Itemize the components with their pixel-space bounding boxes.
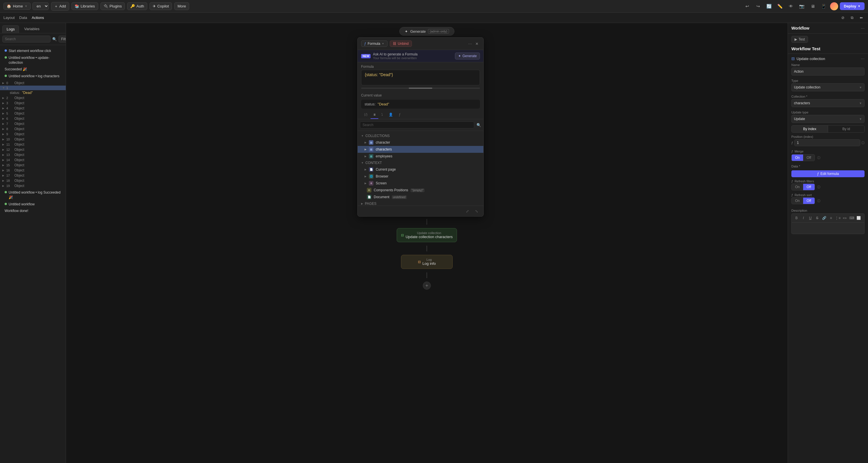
secondbar-item-layout[interactable]: Layout [3, 15, 14, 21]
link-tool[interactable]: 🔗 [821, 215, 827, 221]
tree-item-5[interactable]: ▶ 5 Object [0, 111, 66, 116]
flow-node-log[interactable]: ⊟ Log Log info [401, 255, 453, 269]
formula-popup-more-icon[interactable]: ⋯ [468, 42, 472, 46]
tree-item-1-status[interactable]: status: "Dead" [0, 90, 66, 95]
formula-tab-data[interactable]: ≡ [371, 111, 378, 119]
unbind-button[interactable]: ⛓ Unbind [390, 40, 412, 47]
formula-item-current-page[interactable]: ▶ 📄 Current page [358, 166, 484, 173]
tree-item-12[interactable]: ▶ 12 Object [0, 147, 66, 152]
quote-tool[interactable]: «» [842, 215, 848, 221]
formula-item-character[interactable]: ▶ ▦ character [358, 139, 484, 146]
tree-item-14[interactable]: ▶ 14 Object [0, 157, 66, 163]
desktop-button[interactable]: 🖥 [808, 2, 817, 11]
formula-tab-code[interactable]: ⟨/⟩ [361, 111, 371, 119]
tree-item-3[interactable]: ▶ 3 Object [0, 100, 66, 106]
flow-node-update[interactable]: ⊟ Update collection Update collection ch… [397, 228, 457, 242]
merge-info-icon[interactable]: ⓘ [817, 156, 820, 160]
tree-item-11[interactable]: ▶ 11 Object [0, 142, 66, 147]
position-info-icon[interactable]: ⓘ [861, 141, 865, 145]
auth-button[interactable]: 🔑 Auth [127, 2, 147, 10]
no-entry-icon[interactable]: ⊘ [839, 15, 846, 21]
image-tool[interactable]: ⬜ [856, 215, 862, 221]
formula-item-employees[interactable]: ▶ ▦ employees [358, 153, 484, 160]
formula-search-input[interactable] [360, 121, 474, 128]
type-field-value[interactable]: Update collection ▼ [792, 83, 865, 91]
expand-full-button[interactable]: ⤢ [464, 208, 471, 214]
refresh-button[interactable]: 🔄 [765, 2, 774, 11]
formula-item-screen[interactable]: ▶ 🖥 Screen [358, 180, 484, 187]
tree-item-1[interactable]: ▼ 1 [0, 86, 66, 90]
log-entry-update[interactable]: Untitled workflow • update-collection [1, 55, 65, 66]
bold-tool[interactable]: B [794, 215, 800, 221]
formula-item-document[interactable]: 📄 Document undefined [358, 194, 484, 201]
strikethrough-tool[interactable]: S [814, 215, 820, 221]
tree-item-16[interactable]: ▶ 16 Object [0, 168, 66, 173]
add-node-button[interactable]: ＋ [423, 282, 431, 290]
edit-formula-button[interactable]: ƒ Edit formula [792, 170, 865, 177]
tab-logs[interactable]: Logs [2, 25, 19, 33]
test-button[interactable]: ▶ Test [792, 36, 808, 43]
tree-item-4[interactable]: ▶ 4 Object [0, 106, 66, 111]
italic-tool[interactable]: I [800, 215, 807, 221]
tree-item-6[interactable]: ▶ 6 Object [0, 116, 66, 121]
by-index-button[interactable]: By index [792, 125, 828, 133]
ordered-list-tool[interactable]: ⋮≡ [835, 215, 841, 221]
log-entry-start[interactable]: Start element workflow click [1, 48, 65, 54]
formula-item-characters[interactable]: ▶ ▦ characters [358, 146, 484, 153]
home-button[interactable]: 🏠 Home ▼ [3, 3, 31, 10]
merge-on-button[interactable]: On [792, 154, 803, 161]
log-entry-workflow-done[interactable]: Workflow done! [1, 208, 65, 214]
tree-item-18[interactable]: ▶ 18 Object [0, 178, 66, 183]
mobile-button[interactable]: 📱 [819, 2, 828, 11]
update-section-more-icon[interactable]: ⋯ [861, 57, 865, 61]
name-field-value[interactable]: Action [792, 67, 865, 76]
tree-item-15[interactable]: ▶ 15 Object [0, 163, 66, 168]
formula-item-browser[interactable]: ▶ 🌐 Browser [358, 173, 484, 180]
copilot-button[interactable]: ✈ Copilot [150, 2, 172, 10]
redo-button[interactable]: ↪ [754, 2, 763, 11]
formula-scrollbar[interactable] [361, 88, 480, 89]
filter-button[interactable]: Filter ▼ [59, 36, 66, 42]
position-input[interactable] [794, 139, 860, 146]
right-panel-more-icon[interactable]: ⋯ [861, 26, 865, 30]
more-button[interactable]: More [174, 2, 189, 10]
copy-icon[interactable]: ⧉ [848, 15, 856, 21]
log-entry-succeeded[interactable]: Succeeded 🎉 [1, 66, 65, 73]
pencil-button[interactable]: ✏️ [776, 2, 785, 11]
collapse-icon[interactable]: ⬅ [858, 15, 865, 21]
code-tool[interactable]: ⌨ [848, 215, 855, 221]
formula-tab-fn[interactable]: ƒ [396, 111, 404, 119]
language-select[interactable]: en [32, 2, 49, 10]
collapse-full-button[interactable]: ⤡ [473, 208, 480, 214]
add-button[interactable]: ＋ Add [51, 2, 69, 11]
description-input[interactable] [792, 223, 865, 234]
generate-button[interactable]: ✦ Generate (admin only) [399, 27, 454, 36]
secondbar-item-actions[interactable]: Actions [32, 15, 44, 21]
tree-item-13[interactable]: ▶ 13 Object [0, 152, 66, 157]
log-entry-log-characters[interactable]: Untitled workflow • log characters [1, 73, 65, 80]
formula-tab-user[interactable]: 👤 [386, 111, 396, 119]
secondbar-item-data[interactable]: Data [19, 15, 27, 21]
formula-item-components-positions[interactable]: ⊞ Components Positions "{empty}" [358, 187, 484, 194]
refresh-sort-off-button[interactable]: Off [803, 198, 815, 204]
collection-field-value[interactable]: characters ▼ [792, 99, 865, 107]
pages-section-header[interactable]: ▶ PAGES [358, 201, 484, 206]
by-id-button[interactable]: By id [828, 125, 864, 133]
tab-variables[interactable]: Variables [20, 25, 43, 33]
undo-button[interactable]: ↩ [743, 2, 752, 11]
log-entry-log-succeeded[interactable]: Untitled workflow • log Succeeded 🎉 [1, 189, 65, 201]
refresh-filters-info-icon[interactable]: ⓘ [817, 185, 820, 189]
context-section-header[interactable]: ▼ CONTEXT [358, 160, 484, 166]
tree-item-19[interactable]: ▶ 19 Object [0, 183, 66, 189]
list-tool[interactable]: ≡ [828, 215, 834, 221]
libraries-button[interactable]: 📚 Libraries [71, 2, 98, 10]
generate-formula-button[interactable]: ✦ Generate [455, 53, 480, 59]
search-input[interactable] [2, 36, 51, 42]
screenshot-button[interactable]: 📷 [797, 2, 807, 11]
formula-input[interactable]: {status: "Dead"} [361, 70, 480, 85]
refresh-sort-info-icon[interactable]: ⓘ [817, 199, 820, 203]
eye-button[interactable]: 👁 [786, 2, 796, 11]
formula-tab-arrow[interactable]: ⤵ [378, 111, 386, 119]
formula-popup-close-button[interactable]: ✕ [474, 40, 480, 47]
tree-item-7[interactable]: ▶ 7 Object [0, 121, 66, 126]
